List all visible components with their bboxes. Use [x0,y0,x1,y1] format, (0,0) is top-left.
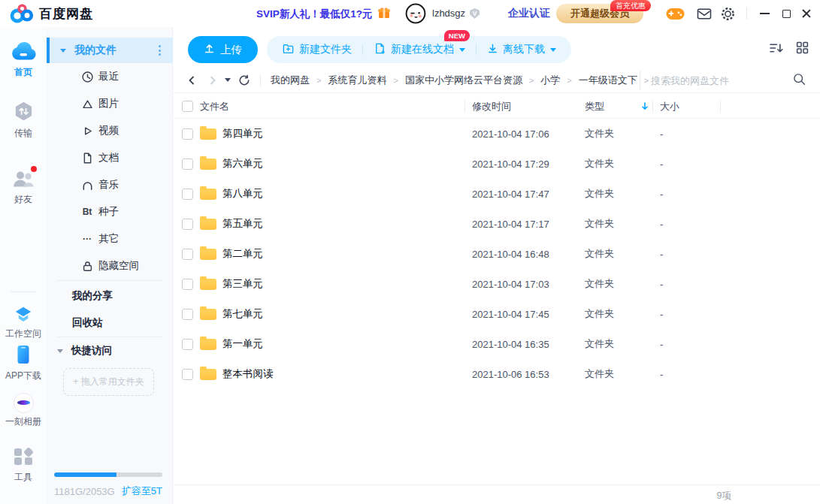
chevron-down-icon [550,48,556,52]
user-avatar[interactable] [405,3,426,24]
search-input[interactable] [651,75,792,86]
forward-icon[interactable] [207,75,218,86]
storage-progress-bar[interactable] [54,472,162,477]
table-row[interactable]: 第二单元 2021-10-04 16:48 文件夹 - [173,239,820,269]
file-name[interactable]: 第八单元 [222,179,263,209]
table-row[interactable]: 第八单元 2021-10-04 17:47 文件夹 - [173,179,820,209]
breadcrumb-item[interactable]: 小学 [540,74,560,87]
sidebar-item-pictures[interactable]: 图片 [47,90,173,117]
breadcrumb-separator: > [316,76,321,85]
sort-order-icon[interactable] [768,41,784,59]
back-icon[interactable] [186,75,197,86]
enterprise-auth-link[interactable]: 企业认证 [508,7,550,20]
rail-item-album[interactable]: 一刻相册 [0,392,47,428]
sidebar-item-videos[interactable]: 视频 [47,117,173,144]
rail-item-transfer[interactable]: 传输 [0,101,47,140]
close-button[interactable] [800,7,813,20]
rail-item-friends[interactable]: 好友 [0,168,47,206]
search-icon[interactable] [792,72,806,89]
table-row[interactable]: 第四单元 2021-10-04 17:06 文件夹 - [173,119,820,149]
row-checkbox[interactable] [182,158,193,170]
table-row[interactable]: 第一单元 2021-10-04 16:35 文件夹 - [173,329,820,359]
row-checkbox[interactable] [182,309,193,320]
maximize-button[interactable] [779,7,793,20]
sidebar-item-others[interactable]: ··· 其它 [47,225,173,252]
file-size: - [660,149,663,179]
sidebar-item-my-share[interactable]: 我的分享 [47,284,173,308]
chevron-down-icon [60,49,66,53]
new-folder-label: 新建文件夹 [299,43,352,56]
refresh-icon[interactable] [238,74,250,86]
file-name[interactable]: 第六单元 [222,149,263,179]
table-row[interactable]: 第三单元 2021-10-04 17:03 文件夹 - [173,269,820,299]
rail-item-workspace[interactable]: 工作空间 [0,302,47,340]
new-online-doc-button[interactable]: NEW 新建在线文档 [374,42,465,57]
column-header-size[interactable]: 大小 [660,94,679,119]
rail-item-label: 工作空间 [0,327,47,340]
minimize-button[interactable] [758,7,771,20]
table-row[interactable]: 第七单元 2021-10-04 17:45 文件夹 - [173,299,820,329]
game-icon[interactable] [666,7,685,23]
file-modified: 2021-10-04 16:35 [472,329,549,359]
mail-icon[interactable] [697,8,712,23]
new-folder-button[interactable]: 新建文件夹 [282,42,352,57]
column-header-type[interactable]: 类型 [585,94,604,119]
file-name[interactable]: 第二单元 [222,239,263,269]
upload-button[interactable]: 上传 [188,36,258,63]
breadcrumb-item[interactable]: 系统育儿资料 [328,74,386,87]
row-checkbox[interactable] [182,249,193,260]
table-row[interactable]: 整本书阅读 2021-10-06 16:53 文件夹 - [173,359,820,389]
offline-download-button[interactable]: 离线下载 [487,43,556,56]
sidebar-item-music[interactable]: 音乐 [47,171,173,198]
drag-favorite-folder-dropzone[interactable]: + 拖入常用文件夹 [63,368,154,396]
row-checkbox[interactable] [182,128,193,140]
table-row[interactable]: 第五单元 2021-10-04 17:17 文件夹 - [173,209,820,239]
expand-storage-link[interactable]: 扩容至5T [122,484,162,498]
footer-divider [173,484,820,485]
rail-item-label: 一刻相册 [0,415,47,428]
file-name[interactable]: 第五单元 [222,209,263,239]
username[interactable]: lzhdsgz [432,8,465,19]
rail-item-app-download[interactable]: APP下载 [0,344,47,382]
file-name[interactable]: 整本书阅读 [222,359,274,389]
gift-icon[interactable] [377,6,391,23]
breadcrumb-item[interactable]: 一年级语文下 [579,74,637,87]
file-name[interactable]: 第七单元 [222,299,263,329]
sidebar-item-quick-access[interactable]: 快捷访问 [47,340,173,362]
history-dropdown-icon[interactable] [225,78,231,82]
rail-item-tools[interactable]: 工具 [0,446,47,484]
baidu-netdisk-window: 百度网盘 SVIP新人礼！最低仅1?元 lzhdsgz [0,0,820,504]
sidebar-divider [57,337,162,337]
row-checkbox[interactable] [182,219,193,230]
row-checkbox[interactable] [182,339,193,350]
file-name[interactable]: 第四单元 [222,119,263,149]
more-options-icon[interactable] [159,45,161,56]
sidebar-item-torrents[interactable]: Bt 种子 [47,198,173,225]
sidebar-item-recycle-bin[interactable]: 回收站 [47,311,173,335]
grid-view-icon[interactable] [795,41,809,59]
sidebar-item-my-files[interactable]: 我的文件 [47,38,173,63]
row-checkbox[interactable] [182,279,193,290]
folder-icon [200,299,216,329]
rail-item-home[interactable]: 首页 [0,41,47,79]
settings-gear-icon[interactable] [721,7,735,24]
column-header-modified[interactable]: 修改时间 [472,94,511,119]
column-header-name[interactable]: 文件名 [200,94,229,119]
file-name[interactable]: 第三单元 [222,269,263,299]
vip-badge-icon[interactable]: V [468,8,481,23]
sidebar-item-recent[interactable]: 最近 [47,63,173,90]
friends-icon [12,168,35,189]
breadcrumb-item[interactable]: 我的网盘 [271,74,310,87]
sidebar-item-hidden-space[interactable]: 隐藏空间 [47,252,173,279]
breadcrumb-item[interactable]: 国家中小学网络云平台资源 [405,74,522,87]
sidebar-item-documents[interactable]: 文档 [47,144,173,171]
app-title: 百度网盘 [39,5,93,23]
select-all-checkbox[interactable] [182,101,193,112]
row-checkbox[interactable] [182,189,193,200]
svip-promo-link[interactable]: SVIP新人礼！最低仅1?元 [256,8,373,21]
row-checkbox[interactable] [182,369,193,380]
file-type: 文件夹 [585,359,614,389]
sort-descending-icon[interactable] [640,94,649,119]
file-name[interactable]: 第一单元 [222,329,263,359]
table-row[interactable]: 第六单元 2021-10-04 17:29 文件夹 - [173,149,820,179]
